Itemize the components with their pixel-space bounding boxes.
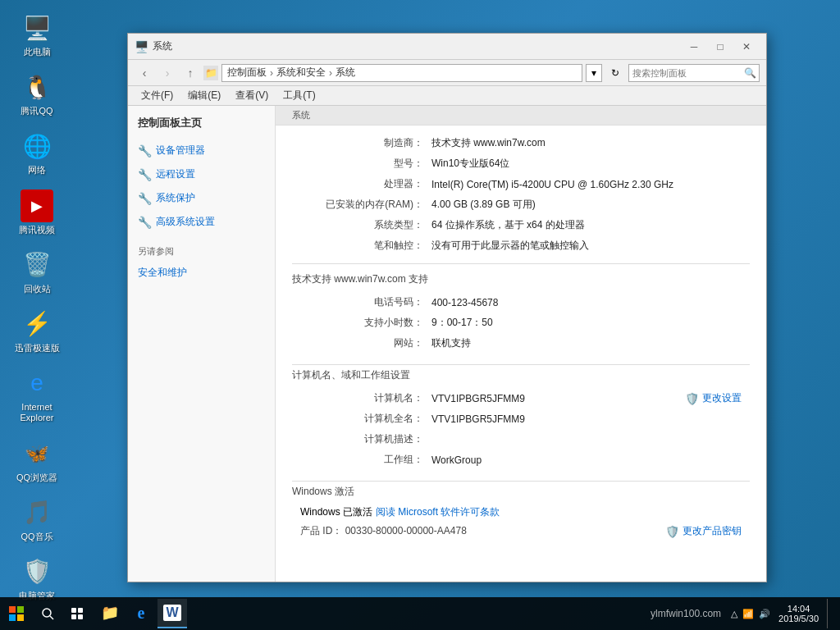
computer-section-header: 计算机名、域和工作组设置: [292, 368, 750, 382]
shield-key-icon: 🛡️: [665, 525, 679, 538]
activation-status: Windows 已激活: [300, 505, 372, 519]
qq-icon: 🐧: [21, 71, 53, 103]
taskbar: 📁 e W ylmfwin100.com △ 📶 🔊 14:04 2019/5/…: [0, 597, 840, 630]
address-path[interactable]: 控制面板 › 系统和安全 › 系统: [221, 64, 582, 82]
desktop-icon-xunlei[interactable]: ⚡ 迅雷极速版: [8, 304, 66, 357]
path-system[interactable]: 系统: [336, 66, 355, 80]
menu-tools[interactable]: 工具(T): [276, 87, 322, 104]
divider-3: [292, 481, 750, 482]
tray-arrow[interactable]: △: [731, 609, 737, 619]
menu-bar: 文件(F) 编辑(E) 查看(V) 工具(T): [128, 86, 766, 106]
divider-1: [292, 263, 750, 264]
menu-file[interactable]: 文件(F): [135, 87, 180, 104]
section-header-system: 系统: [276, 106, 766, 126]
product-id-row: 产品 ID： 00330-80000-00000-AA478 🛡️ 更改产品密钥: [292, 524, 750, 538]
search-input[interactable]: [629, 68, 741, 78]
phone-row: 电话号码： 400-123-45678: [292, 293, 750, 312]
menu-edit[interactable]: 编辑(E): [181, 87, 227, 104]
sidebar-also-see: 另请参阅 安全和维护: [135, 245, 268, 283]
tray-network-icon: 📶: [742, 609, 754, 619]
activation-link[interactable]: 阅读 Microsoft 软件许可条款: [376, 505, 500, 519]
start-button[interactable]: [0, 597, 33, 630]
desktop-icon-qq[interactable]: 🐧 腾讯QQ: [8, 67, 66, 120]
desktop-icon-tencent-video[interactable]: ▶ 腾讯视频: [8, 186, 66, 239]
path-system-security[interactable]: 系统和安全: [276, 66, 326, 80]
desktop-icon-recycle[interactable]: 🗑️ 回收站: [8, 245, 66, 298]
security-label: 安全和维护: [138, 266, 187, 280]
qq-browser-label: QQ浏览器: [16, 472, 57, 483]
processor-label: 处理器：: [300, 177, 431, 191]
workgroup-row: 工作组： WorkGroup: [292, 450, 750, 469]
window-title: 系统: [153, 39, 681, 53]
pen-label: 笔和触控：: [300, 239, 431, 253]
svg-rect-8: [71, 614, 76, 619]
taskbar-file-explorer[interactable]: 📁: [95, 599, 125, 628]
search-icon[interactable]: 🔍: [741, 64, 759, 82]
svg-rect-7: [78, 608, 83, 613]
website-row: 网站： 联机支持: [292, 334, 750, 353]
model-value: Win10专业版64位: [431, 157, 742, 171]
up-button[interactable]: ↑: [180, 63, 200, 83]
ie-icon-label: Internet Explorer: [11, 402, 62, 423]
path-control-panel[interactable]: 控制面板: [227, 66, 267, 80]
support-section-title: 技术支持 www.win7w.com 支持: [292, 272, 750, 286]
sidebar-item-security[interactable]: 安全和维护: [135, 262, 268, 283]
website-label: 网站：: [300, 336, 431, 350]
desktop-icon-computer[interactable]: 🖥️ 此电脑: [8, 8, 66, 61]
computer-fullname-label: 计算机全名：: [300, 412, 431, 426]
computer-section-title: 计算机名、域和工作组设置: [292, 368, 410, 382]
phone-value: 400-123-45678: [431, 297, 742, 308]
tray-volume-icon[interactable]: 🔊: [759, 609, 770, 619]
recycle-icon: 🗑️: [21, 249, 53, 281]
address-dropdown[interactable]: ▾: [586, 64, 602, 82]
manufacturer-row: 制造商： 技术支持 www.win7w.com: [292, 134, 750, 153]
model-row: 型号： Win10专业版64位: [292, 154, 750, 173]
hours-label: 支持小时数：: [300, 316, 431, 330]
window-content: 控制面板主页 🔧 设备管理器 🔧 远程设置 🔧 系统保护 🔧 高级系统设置: [128, 106, 766, 582]
sidebar-item-advanced-settings[interactable]: 🔧 高级系统设置: [135, 212, 268, 232]
remote-settings-icon: 🔧: [138, 168, 151, 181]
forward-button[interactable]: ›: [158, 63, 177, 83]
change-settings-action[interactable]: 🛡️ 更改设置: [685, 391, 742, 405]
computer-icon: 🖥️: [21, 11, 53, 44]
sidebar-item-remote-settings[interactable]: 🔧 远程设置: [135, 164, 268, 185]
os-type-row: 系统类型： 64 位操作系统，基于 x64 的处理器: [292, 216, 750, 235]
computer-desc-row: 计算机描述：: [292, 430, 750, 449]
show-desktop-button[interactable]: [827, 599, 833, 628]
sidebar-item-system-protection[interactable]: 🔧 系统保护: [135, 188, 268, 208]
task-view-button[interactable]: [64, 600, 90, 627]
computer-desc-label: 计算机描述：: [300, 432, 431, 446]
ram-label: 已安装的内存(RAM)：: [300, 198, 431, 212]
window-controls: ─ □ ✕: [681, 36, 760, 57]
refresh-button[interactable]: ↻: [605, 64, 625, 82]
computer-name-value: VTV1IPBGR5JFMM9: [431, 393, 685, 404]
taskbar-clock[interactable]: 14:04 2019/5/30: [774, 604, 824, 623]
website-value[interactable]: 联机支持: [431, 336, 742, 350]
maximize-button[interactable]: □: [707, 36, 733, 57]
manufacturer-value: 技术支持 www.win7w.com: [431, 136, 742, 150]
desktop-icon-ie[interactable]: e Internet Explorer: [8, 363, 66, 427]
svg-rect-0: [9, 606, 16, 613]
menu-view[interactable]: 查看(V): [229, 87, 275, 104]
ie-taskbar-icon: e: [138, 604, 145, 623]
taskbar-time: 14:04: [778, 604, 819, 614]
back-button[interactable]: ‹: [135, 63, 154, 83]
svg-rect-1: [17, 606, 24, 613]
ram-row: 已安装的内存(RAM)： 4.00 GB (3.89 GB 可用): [292, 195, 750, 214]
change-key-action[interactable]: 🛡️ 更改产品密钥: [665, 524, 742, 538]
product-id-label: 产品 ID：: [300, 525, 342, 536]
activation-section: Windows 激活 Windows 已激活 阅读 Microsoft 软件许可…: [276, 485, 766, 548]
sidebar-item-device-manager[interactable]: 🔧 设备管理器: [135, 140, 268, 161]
taskbar-word[interactable]: W: [158, 599, 187, 628]
minimize-button[interactable]: ─: [681, 36, 707, 57]
computer-section: 计算机名、域和工作组设置 计算机名： VTV1IPBGR5JFMM9 🛡️ 更改…: [276, 368, 766, 477]
desktop-icon-network[interactable]: 🌐 网络: [8, 126, 66, 179]
system-window: 🖥️ 系统 ─ □ ✕ ‹ › ↑ 📁 控制面板 › 系统和安全 › 系统 ▾ …: [127, 33, 767, 582]
desktop-icon-qq-browser[interactable]: 🦋 QQ浏览器: [8, 434, 66, 486]
window-title-icon: 🖥️: [135, 40, 148, 53]
close-button[interactable]: ✕: [733, 36, 760, 57]
taskbar-ie[interactable]: e: [126, 599, 156, 628]
address-bar: ‹ › ↑ 📁 控制面板 › 系统和安全 › 系统 ▾ ↻ 🔍: [128, 60, 766, 86]
taskbar-search-button[interactable]: [34, 600, 61, 627]
desktop-icon-qq-music[interactable]: 🎵 QQ音乐: [8, 493, 66, 546]
